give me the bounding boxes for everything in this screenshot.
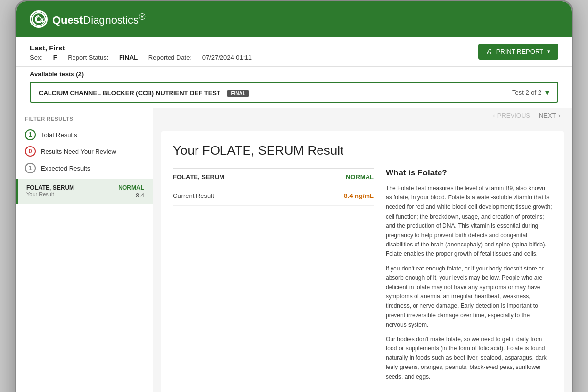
- test-selector-left: CALCIUM CHANNEL BLOCKER (CCB) NUTRIENT D…: [39, 88, 249, 97]
- result-card: Your FOLATE, SERUM Result FOLATE, SERUM …: [161, 131, 564, 392]
- right-panel: ‹ PREVIOUS NEXT › Your FOLATE, SERUM Res…: [153, 108, 572, 392]
- patient-info: Last, First Sex: F Report Status: FINAL …: [30, 44, 270, 61]
- quest-logo-icon: [30, 10, 48, 28]
- available-tests-label: Available tests (2): [30, 71, 558, 78]
- result-card-title: Your FOLATE, SERUM Result: [173, 143, 552, 158]
- total-results-label: Total Results: [41, 131, 77, 139]
- current-result-value: 8.4 ng/mL: [344, 192, 374, 199]
- logo-area: QuestDiagnostics®: [30, 10, 146, 28]
- sidebar: FILTER RESULTS 1 Total Results 0 Results…: [16, 108, 153, 392]
- filter-needs-review[interactable]: 0 Results Need Your Review: [16, 143, 153, 160]
- test-count: Test 2 of 2 ▾: [512, 88, 549, 97]
- sex-info: Sex: F: [30, 54, 59, 61]
- main-content: FILTER RESULTS 1 Total Results 0 Results…: [16, 108, 572, 392]
- date-info: Reported Date: 07/27/2024 01:11: [148, 54, 261, 61]
- device-frame: QuestDiagnostics® Last, First Sex: F Rep…: [15, 0, 573, 392]
- info-paragraph-3: Our bodies don't make folate, so we need…: [386, 335, 552, 382]
- previous-button[interactable]: ‹ PREVIOUS: [493, 112, 530, 119]
- filter-total-results[interactable]: 1 Total Results: [16, 126, 153, 143]
- svg-point-1: [36, 17, 41, 22]
- test-chevron-icon: ▾: [545, 88, 549, 97]
- result-table-header: FOLATE, SERUM NORMAL: [173, 169, 374, 186]
- test-name-header: FOLATE, SERUM: [173, 173, 224, 181]
- patient-meta: Sex: F Report Status: FINAL Reported Dat…: [30, 54, 270, 61]
- needs-review-badge: 0: [25, 146, 36, 157]
- result-left-panel: FOLATE, SERUM NORMAL Current Result 8.4 …: [173, 168, 374, 387]
- chevron-down-icon: ▾: [547, 49, 550, 55]
- result-right-panel: What is Folate? The Folate Test measures…: [386, 168, 552, 387]
- result-item-name: FOLATE, SERUM: [26, 184, 74, 191]
- folate-serum-result-item[interactable]: FOLATE, SERUM NORMAL Your Result 8.4: [16, 179, 153, 204]
- total-results-badge: 1: [25, 129, 36, 140]
- result-item-value: 8.4: [136, 192, 144, 199]
- result-item-top: FOLATE, SERUM NORMAL: [26, 184, 144, 191]
- filter-results-label: FILTER RESULTS: [16, 116, 153, 126]
- app-header: QuestDiagnostics®: [16, 1, 572, 37]
- expected-results-label: Expected Results: [41, 165, 90, 172]
- info-title: What is Folate?: [386, 168, 552, 178]
- logo-text: QuestDiagnostics®: [52, 11, 146, 26]
- test-status-header: NORMAL: [346, 173, 374, 181]
- printer-icon: 🖨: [486, 48, 492, 55]
- result-item-label: Your Result: [26, 191, 54, 199]
- result-item-bottom: Your Result 8.4: [26, 191, 144, 199]
- print-report-button[interactable]: 🖨 PRINT REPORT ▾: [478, 44, 558, 60]
- result-detail-row: FOLATE, SERUM NORMAL Current Result 8.4 …: [173, 168, 552, 387]
- result-item-status: NORMAL: [118, 184, 144, 191]
- current-result-label: Current Result: [173, 192, 214, 199]
- test-selector[interactable]: CALCIUM CHANNEL BLOCKER (CCB) NUTRIENT D…: [30, 82, 558, 103]
- status-info: Report Status: FINAL: [68, 54, 140, 61]
- needs-review-label: Results Need Your Review: [41, 148, 116, 155]
- available-tests-bar: Available tests (2) CALCIUM CHANNEL BLOC…: [16, 67, 572, 108]
- next-button[interactable]: NEXT ›: [539, 112, 560, 119]
- print-label: PRINT REPORT: [496, 48, 543, 55]
- patient-bar: Last, First Sex: F Report Status: FINAL …: [16, 37, 572, 67]
- test-final-badge: FINAL: [227, 90, 248, 97]
- info-paragraph-2: If you don't eat enough folate, or if yo…: [386, 264, 552, 330]
- test-name: CALCIUM CHANNEL BLOCKER (CCB) NUTRIENT D…: [39, 89, 220, 97]
- nav-bar: ‹ PREVIOUS NEXT ›: [153, 108, 572, 123]
- current-result-row: Current Result 8.4 ng/mL: [173, 186, 374, 206]
- patient-name: Last, First: [30, 44, 270, 52]
- expected-results-badge: 1: [25, 163, 36, 173]
- filter-expected-results[interactable]: 1 Expected Results: [16, 160, 153, 176]
- info-paragraph-1: The Folate Test measures the level of vi…: [386, 184, 552, 259]
- result-table: FOLATE, SERUM NORMAL Current Result 8.4 …: [173, 168, 374, 206]
